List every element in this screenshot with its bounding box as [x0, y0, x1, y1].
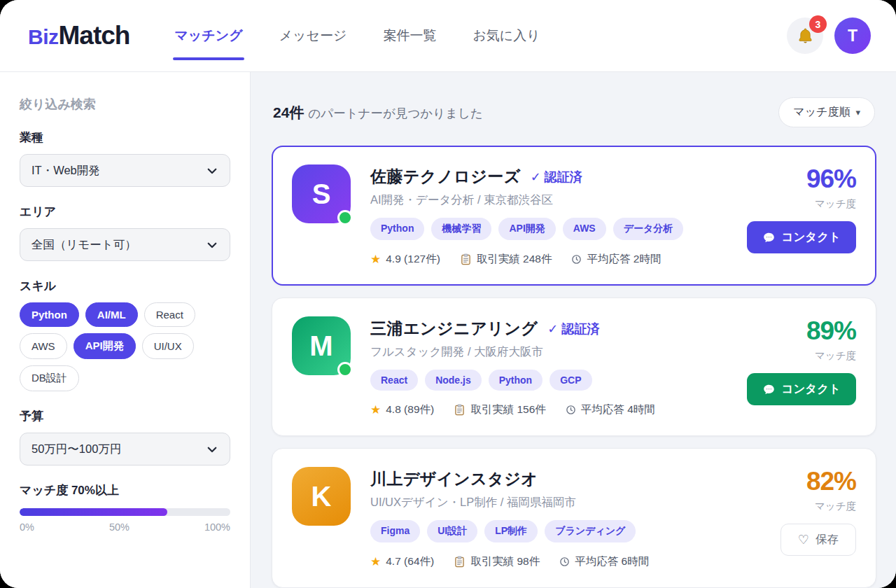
tick-100: 100% [204, 522, 230, 533]
contact-button-label: コンタクト [782, 230, 841, 245]
industry-select[interactable]: IT・Web開発 [20, 154, 230, 187]
skills-label: スキル [20, 278, 230, 294]
match-slider-fill [20, 508, 167, 516]
rating-value: 4.8 (89件) [386, 402, 434, 417]
response-stat: 平均応答 6時間 [559, 554, 649, 569]
chevron-down-icon [206, 164, 218, 177]
tag: 機械学習 [431, 218, 491, 240]
results-count: 24件 [273, 104, 304, 120]
partner-match-panel: 89% マッチ度 コンタクト [726, 316, 856, 417]
skill-chip-react[interactable]: React [144, 302, 195, 327]
partner-stats: ★ 4.8 (89件) 取引実績 156件 [370, 402, 706, 417]
notifications-button[interactable]: 3 [787, 18, 823, 54]
tag: Python [370, 218, 424, 240]
skill-chip-aiml[interactable]: AI/ML [85, 302, 138, 327]
match-slider-label: マッチ度 70%以上 [20, 482, 230, 498]
chat-icon [762, 231, 776, 244]
verified-badge: ✓ 認証済 [547, 321, 599, 337]
partner-info: 三浦エンジニアリング ✓ 認証済 フルスタック開発 / 大阪府大阪市 React… [370, 316, 706, 417]
tag: Node.js [425, 370, 482, 391]
chevron-down-icon [206, 443, 218, 456]
partner-tags: Python 機械学習 API開発 AWS データ分析 [370, 218, 706, 240]
nav-item-projects[interactable]: 案件一覧 [382, 22, 438, 49]
partner-card[interactable]: S 佐藤テクノロジーズ ✓ 認証済 AI開発・データ分析 / 東京都渋谷区 Py… [272, 146, 876, 286]
deals-value: 取引実績 248件 [477, 252, 552, 267]
tick-50: 50% [109, 522, 130, 533]
filter-sidebar: 絞り込み検索 業種 IT・Web開発 エリア 全国（リモート可） スキル Pyt… [0, 72, 251, 588]
header: BizMatch マッチング メッセージ 案件一覧 お気に入り 3 T [0, 0, 896, 72]
response-value: 平均応答 4時間 [581, 402, 655, 417]
app-window: BizMatch マッチング メッセージ 案件一覧 お気に入り 3 T 絞り込み… [0, 0, 896, 588]
tag: データ分析 [613, 218, 684, 240]
partner-avatar: S [292, 164, 351, 223]
contact-button-label: コンタクト [782, 382, 841, 397]
partner-card[interactable]: K 川上デザインスタジオ UI/UXデザイン・LP制作 / 福岡県福岡市 Fig… [272, 448, 876, 588]
skill-chip-api[interactable]: API開発 [74, 333, 136, 359]
partner-card[interactable]: M 三浦エンジニアリング ✓ 認証済 フルスタック開発 / 大阪府大阪市 Rea… [272, 298, 876, 436]
online-status-dot [337, 210, 353, 225]
partner-avatar: M [292, 316, 351, 375]
user-avatar[interactable]: T [834, 18, 871, 54]
verified-badge: ✓ 認証済 [531, 169, 582, 186]
clipboard-icon [454, 556, 465, 568]
results-summary-text: のパートナーが見つかりました [308, 106, 483, 120]
match-slider-ticks: 0% 50% 100% [20, 522, 230, 533]
contact-button[interactable]: コンタクト [747, 373, 856, 405]
match-percent: 89% [806, 318, 856, 344]
contact-button[interactable]: コンタクト [747, 221, 856, 253]
partner-name: 川上デザインスタジオ [370, 468, 538, 490]
response-value: 平均応答 6時間 [575, 554, 649, 569]
skill-chip-db[interactable]: DB設計 [20, 365, 79, 391]
partner-avatar-initial: K [312, 481, 332, 512]
caret-down-icon: ▾ [855, 107, 860, 118]
sort-dropdown[interactable]: マッチ度順 ▾ [778, 97, 875, 127]
logo-text-primary: Biz [28, 25, 59, 48]
online-status-dot [337, 362, 353, 377]
app-logo[interactable]: BizMatch [28, 22, 130, 49]
clipboard-icon [454, 404, 465, 416]
match-label: マッチ度 [815, 197, 856, 211]
save-button-label: 保存 [816, 532, 839, 547]
nav-item-favorites[interactable]: お気に入り [471, 22, 541, 49]
partner-name: 三浦エンジニアリング [370, 318, 538, 340]
tag: LP制作 [484, 520, 538, 542]
chat-icon [762, 383, 776, 396]
partner-stats: ★ 4.7 (64件) 取引実績 98件 [370, 554, 706, 569]
area-select-value: 全国（リモート可） [31, 237, 136, 253]
deals-value: 取引実績 156件 [470, 402, 546, 417]
match-slider[interactable] [20, 508, 230, 516]
sort-dropdown-value: マッチ度順 [793, 105, 850, 120]
partner-avatar-initial: S [312, 178, 331, 210]
skill-chip-uiux[interactable]: UI/UX [142, 333, 194, 359]
tag: UI設計 [427, 520, 477, 542]
tag: Figma [370, 520, 420, 542]
clock-icon [566, 405, 576, 415]
clipboard-icon [460, 253, 472, 265]
partner-info: 川上デザインスタジオ UI/UXデザイン・LP制作 / 福岡県福岡市 Figma… [370, 467, 706, 569]
budget-select[interactable]: 50万円〜100万円 [20, 433, 230, 465]
budget-select-value: 50万円〜100万円 [31, 442, 121, 457]
notification-badge: 3 [809, 15, 827, 33]
deals-value: 取引実績 98件 [470, 554, 540, 569]
rating-stat: ★ 4.8 (89件) [370, 402, 434, 417]
partner-stats: ★ 4.9 (127件) 取引実績 248件 [370, 252, 706, 267]
save-button[interactable]: ♡ 保存 [780, 524, 856, 556]
budget-label: 予算 [20, 408, 230, 424]
area-select[interactable]: 全国（リモート可） [20, 228, 230, 261]
tag: ブランディング [545, 520, 636, 542]
deals-stat: 取引実績 98件 [454, 554, 540, 569]
skill-chip-python[interactable]: Python [20, 302, 79, 327]
partner-match-panel: 82% マッチ度 ♡ 保存 [726, 467, 856, 569]
tag: GCP [550, 370, 592, 391]
star-icon: ★ [370, 252, 381, 267]
partner-name: 佐藤テクノロジーズ [370, 166, 521, 188]
nav-item-messages[interactable]: メッセージ [278, 22, 349, 49]
partner-match-panel: 96% マッチ度 コンタクト [726, 164, 856, 267]
partner-tags: Figma UI設計 LP制作 ブランディング [370, 520, 706, 542]
sidebar-title: 絞り込み検索 [20, 96, 230, 113]
match-label: マッチ度 [815, 349, 856, 363]
industry-select-value: IT・Web開発 [31, 163, 100, 178]
skill-chip-aws[interactable]: AWS [20, 333, 67, 359]
header-actions: 3 T [787, 18, 871, 54]
nav-item-matching[interactable]: マッチング [173, 22, 244, 49]
